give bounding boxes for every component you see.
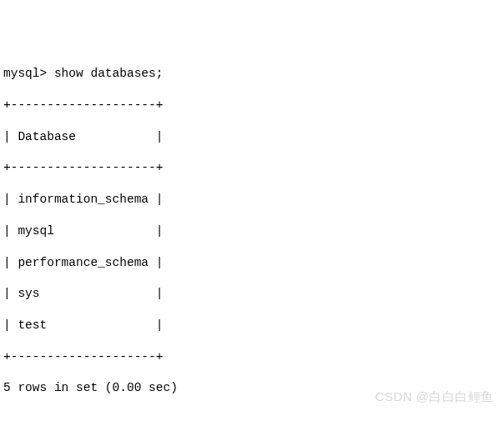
blank-line — [3, 412, 501, 428]
table-row: | mysql | — [3, 223, 501, 239]
table-header-database: | Database | — [3, 129, 501, 145]
table-row: | information_schema | — [3, 192, 501, 208]
table-row: | performance_schema | — [3, 255, 501, 271]
command-show-databases: show databases; — [54, 67, 164, 80]
table-border: +--------------------+ — [3, 349, 501, 365]
mysql-prompt: mysql> — [3, 67, 47, 80]
table-row: | test | — [3, 318, 501, 333]
prompt-line-1: mysql> show databases; — [3, 66, 501, 82]
table-border: +--------------------+ — [3, 160, 501, 176]
table-border: +--------------------+ — [3, 98, 501, 113]
table-row: | sys | — [3, 286, 501, 302]
watermark: CSDN @白白白鲤鱼 — [375, 388, 494, 405]
